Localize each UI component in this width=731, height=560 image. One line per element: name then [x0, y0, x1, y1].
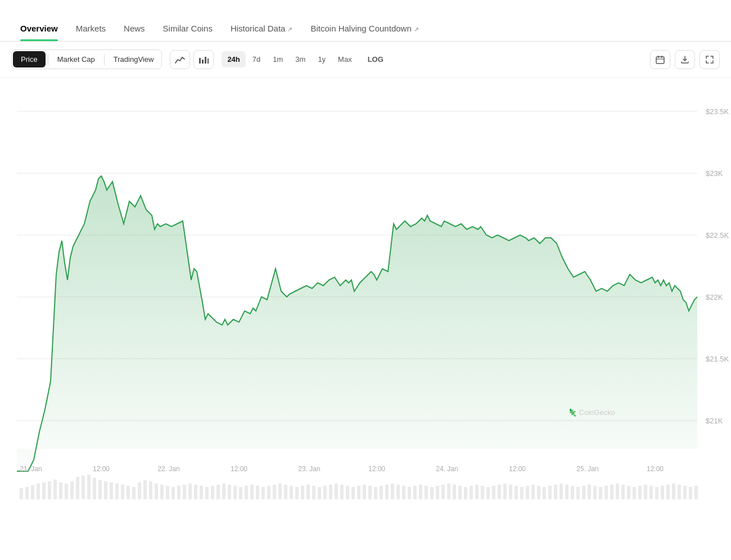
nav-tab-similar-coins[interactable]: Similar Coins [154, 19, 222, 41]
svg-rect-134 [599, 487, 602, 499]
svg-rect-142 [644, 485, 647, 499]
svg-rect-91 [357, 486, 360, 499]
svg-rect-98 [396, 485, 400, 499]
svg-rect-79 [290, 486, 293, 499]
svg-rect-116 [498, 485, 501, 499]
view-btn-tradingview[interactable]: TradingView [106, 51, 162, 67]
svg-rect-35 [42, 482, 46, 499]
svg-rect-3 [207, 58, 209, 64]
svg-text:25. Jan: 25. Jan [576, 465, 598, 473]
period-btn-1m[interactable]: 1m [267, 51, 288, 67]
chart-fill [17, 176, 697, 471]
nav-tab-overview[interactable]: Overview [11, 19, 67, 41]
chart-area: $23.5K $23K $22.5K $22K $21.5K $21K 21. … [0, 78, 731, 560]
svg-text:12:00: 12:00 [368, 465, 385, 473]
view-btn-price[interactable]: Price [13, 51, 46, 67]
svg-rect-92 [363, 485, 366, 499]
svg-rect-110 [464, 487, 467, 499]
period-btn-7d[interactable]: 7d [247, 51, 266, 67]
svg-rect-137 [616, 484, 619, 499]
nav-tab-news[interactable]: News [115, 19, 154, 41]
svg-rect-103 [425, 486, 428, 499]
svg-rect-67 [222, 484, 225, 499]
svg-rect-126 [554, 485, 557, 499]
svg-rect-59 [177, 486, 181, 499]
period-btn-24h[interactable]: 24h [222, 51, 245, 67]
svg-rect-44 [93, 478, 96, 499]
separator [104, 54, 105, 65]
nav-tab-bitcoin-halving[interactable]: Bitcoin Halving Countdown↗ [301, 19, 427, 41]
svg-rect-121 [526, 486, 529, 499]
view-button-group: PriceMarket CapTradingView [11, 49, 162, 69]
svg-rect-123 [537, 486, 540, 499]
log-scale-button[interactable]: LOG [361, 51, 390, 67]
svg-rect-120 [520, 487, 524, 499]
svg-rect-34 [37, 484, 40, 499]
nav-tabs: OverviewMarketsNewsSimilar CoinsHistoric… [0, 0, 731, 42]
svg-rect-149 [683, 486, 687, 499]
svg-rect-32 [25, 487, 29, 499]
svg-rect-129 [571, 486, 574, 499]
svg-rect-102 [419, 485, 422, 499]
calendar-icon-btn[interactable] [650, 50, 670, 69]
svg-rect-148 [678, 485, 681, 499]
svg-text:12:00: 12:00 [509, 465, 526, 473]
svg-rect-108 [453, 485, 456, 499]
svg-rect-93 [368, 486, 372, 499]
svg-rect-56 [160, 485, 164, 499]
svg-rect-94 [374, 487, 377, 499]
period-btn-max[interactable]: Max [332, 51, 358, 67]
svg-rect-62 [194, 485, 197, 499]
svg-rect-76 [273, 485, 276, 499]
svg-rect-139 [627, 486, 630, 499]
svg-text:23. Jan: 23. Jan [298, 465, 320, 473]
svg-rect-122 [531, 485, 535, 499]
svg-rect-141 [638, 486, 642, 499]
svg-rect-132 [588, 485, 591, 499]
bar-chart-icon-btn[interactable] [193, 50, 214, 69]
svg-rect-2 [205, 57, 206, 64]
svg-rect-69 [233, 486, 237, 499]
svg-rect-146 [666, 485, 670, 499]
svg-rect-61 [188, 484, 192, 499]
svg-rect-135 [604, 486, 608, 499]
svg-rect-31 [20, 488, 23, 499]
volume-bars [20, 475, 698, 499]
svg-rect-70 [239, 487, 242, 499]
expand-icon-btn[interactable] [700, 50, 720, 69]
nav-tab-markets[interactable]: Markets [67, 19, 115, 41]
svg-rect-46 [104, 481, 107, 499]
svg-text:$22.5K: $22.5K [706, 231, 729, 240]
svg-rect-72 [250, 485, 254, 499]
svg-rect-60 [183, 485, 186, 499]
svg-rect-128 [565, 485, 568, 499]
svg-rect-4 [656, 57, 664, 64]
svg-rect-75 [267, 486, 270, 499]
line-chart-icon-btn[interactable] [170, 50, 190, 69]
svg-text:24. Jan: 24. Jan [436, 465, 458, 473]
svg-rect-119 [515, 486, 518, 499]
period-btn-3m[interactable]: 3m [290, 51, 311, 67]
toolbar: PriceMarket CapTradingView24h7d1m3m1yMax… [0, 42, 731, 78]
svg-rect-74 [261, 487, 265, 499]
svg-rect-52 [138, 482, 141, 499]
svg-rect-143 [649, 486, 653, 499]
svg-rect-124 [543, 487, 546, 499]
view-btn-market-cap[interactable]: Market Cap [49, 51, 103, 67]
svg-text:$22K: $22K [706, 293, 723, 301]
svg-rect-73 [256, 486, 259, 499]
svg-rect-64 [205, 487, 209, 499]
svg-rect-71 [245, 486, 248, 499]
svg-rect-0 [199, 58, 201, 64]
period-btn-1y[interactable]: 1y [312, 51, 331, 67]
svg-rect-57 [166, 486, 169, 499]
svg-rect-40 [70, 481, 74, 499]
svg-rect-89 [346, 486, 349, 499]
nav-tab-historical-data[interactable]: Historical Data↗ [222, 19, 302, 41]
svg-rect-95 [380, 486, 383, 499]
svg-rect-42 [82, 476, 85, 499]
svg-rect-105 [436, 486, 439, 499]
download-icon-btn[interactable] [675, 50, 695, 69]
svg-rect-111 [470, 486, 473, 499]
svg-rect-63 [200, 486, 203, 499]
